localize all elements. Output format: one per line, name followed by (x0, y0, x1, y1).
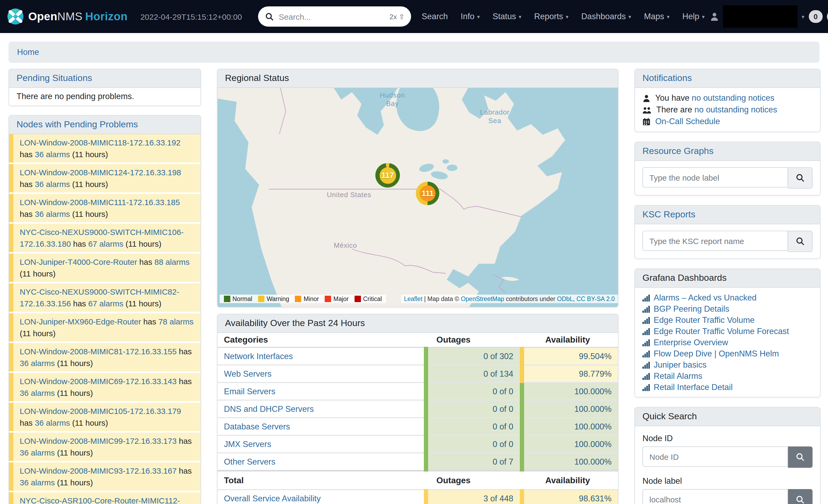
user-menu-chevron-down-icon[interactable]: ▾ (801, 13, 804, 19)
grafana-dashboard-link[interactable]: Juniper basics (654, 359, 706, 370)
notification-badge-2[interactable]: 0 (827, 10, 828, 23)
category-link[interactable]: Database Servers (224, 422, 290, 431)
resource-graphs-title[interactable]: Resource Graphs (643, 146, 713, 156)
availability-row: JMX Servers 0 of 0 100.000% (217, 435, 618, 453)
nodes-pending-problems-title[interactable]: Nodes with Pending Problems (16, 119, 138, 130)
alarms-link[interactable]: 36 alarms (20, 388, 55, 397)
category-link[interactable]: Network Interfaces (224, 351, 293, 360)
map-cluster-marker-117[interactable]: 117 (375, 163, 400, 188)
oncall-row: On-Call Schedule (643, 116, 813, 127)
node-link[interactable]: LON-Window-2008-MIMIC124-172.16.33.198 (20, 168, 181, 177)
availability-value: 99.504% (522, 348, 618, 365)
grafana-dashboard-link[interactable]: BGP Peering Details (654, 303, 729, 314)
alarms-link[interactable]: 36 alarms (35, 418, 70, 427)
map-cluster-marker-111[interactable]: 111 (416, 182, 439, 205)
resource-graphs-panel: Resource Graphs (634, 142, 821, 195)
alarms-link[interactable]: 36 alarms (35, 179, 70, 188)
chevron-down-icon: ▾ (519, 13, 522, 19)
grafana-dashboard-link[interactable]: Retail Alarms (654, 370, 702, 381)
grafana-dashboards-panel: Grafana Dashboards Alarms – Acked vs Una… (634, 269, 821, 398)
username-redacted[interactable] (723, 5, 797, 28)
legend-label: Major (333, 296, 349, 302)
category-link[interactable]: JMX Servers (224, 439, 271, 448)
notification-badge-1[interactable]: 0 (809, 10, 822, 23)
grafana-dashboard-link[interactable]: Edge Router Traffic Volume Forecast (654, 325, 789, 337)
alarms-link[interactable]: 36 alarms (35, 149, 70, 158)
pending-situations-title[interactable]: Pending Situations (16, 73, 92, 83)
alarms-link[interactable]: 88 alarms (154, 257, 190, 266)
breadcrumb-home-link[interactable]: Home (17, 47, 39, 56)
oncall-schedule-link[interactable]: On-Call Schedule (655, 117, 720, 126)
group-icon (643, 106, 652, 114)
node-link[interactable]: LON-Juniper-T4000-Core-Router (20, 257, 137, 266)
node-link[interactable]: LON-Window-2008-MIMIC111-172.16.33.185 (20, 198, 180, 207)
node-link[interactable]: LON-Window-2008-MIMIC81-172.16.33.155 (20, 347, 177, 356)
pending-node-row: LON-Window-2008-MIMIC93-172.16.33.167 ha… (9, 462, 201, 491)
legend-label: Minor (304, 296, 319, 302)
category-link[interactable]: Web Servers (224, 369, 272, 378)
alarms-link[interactable]: 36 alarms (20, 477, 55, 487)
ksc-reports-search-button[interactable] (788, 231, 813, 252)
grafana-dashboard-link[interactable]: Edge Router Traffic Volume (654, 314, 755, 325)
bar-chart-icon (643, 305, 650, 313)
openstreetmap-link[interactable]: OpenStreetMap (461, 296, 504, 302)
alarms-link[interactable]: 67 alarms (88, 239, 123, 248)
overall-availability-link[interactable]: Overall Service Availability (224, 494, 321, 503)
legend-item: Minor (295, 296, 319, 302)
ksc-report-name-input[interactable] (643, 231, 788, 251)
grafana-dashboard-link[interactable]: Enterprise Overview (654, 337, 728, 348)
node-label-input[interactable] (643, 489, 788, 504)
alarms-link[interactable]: 36 alarms (20, 358, 55, 367)
category-link[interactable]: DNS and DHCP Servers (224, 404, 314, 413)
your-notices-link[interactable]: no outstanding notices (692, 93, 775, 102)
navbar-item-search[interactable]: Search (422, 12, 448, 21)
node-link[interactable]: LON-Window-2008-MIMIC105-172.16.33.179 (20, 407, 181, 416)
legend-color-swatch (295, 296, 301, 302)
odbl-link[interactable]: ODbL (557, 296, 573, 302)
category-link[interactable]: Other Servers (224, 457, 275, 466)
category-link[interactable]: Email Servers (224, 386, 275, 396)
grafana-dashboard-link[interactable]: Alarms – Acked vs Unacked (654, 292, 756, 303)
node-link[interactable]: LON-Window-2008-MIMIC99-172.16.33.173 (20, 436, 177, 445)
chevron-down-icon: ▾ (566, 13, 568, 19)
quick-search-panel: Quick Search Node ID N (634, 407, 821, 504)
node-label-search-button[interactable] (788, 489, 813, 504)
ccbysa-link[interactable]: CC BY-SA 2.0 (576, 296, 615, 302)
ksc-reports-title[interactable]: KSC Reports (643, 210, 695, 220)
alarms-link[interactable]: 67 alarms (88, 299, 123, 308)
grafana-dashboard-link[interactable]: Retail Interface Detail (654, 381, 733, 393)
navbar-right: ▾ 0 0 + ⚙⚙⚙ (710, 5, 828, 28)
navbar-item-dashboards[interactable]: Dashboards▾ (581, 12, 631, 21)
navbar-item-status[interactable]: Status▾ (493, 12, 522, 21)
leaflet-link[interactable]: Leaflet (404, 296, 422, 302)
navbar-item-info[interactable]: Info▾ (461, 12, 480, 21)
global-search-input[interactable] (278, 11, 385, 21)
node-id-search-button[interactable] (788, 447, 813, 468)
notifications-title[interactable]: Notifications (643, 73, 692, 83)
bar-chart-icon (643, 383, 650, 391)
resource-graphs-node-input[interactable] (643, 167, 788, 188)
all-notices-link[interactable]: no outstanding notices (695, 105, 777, 114)
opennms-logo[interactable]: OpenNMSHorizon (7, 8, 128, 25)
alarms-link[interactable]: 78 alarms (158, 317, 194, 326)
node-link[interactable]: LON-Juniper-MX960-Edge-Router (20, 317, 141, 326)
node-link[interactable]: LON-Window-2008-MIMIC69-172.16.33.143 (20, 377, 177, 386)
column-availability: Availability (522, 333, 618, 348)
grafana-dashboard-link[interactable]: Flow Deep Dive | OpenNMS Helm (654, 348, 779, 359)
resource-graphs-search-button[interactable] (788, 167, 813, 189)
navbar-item-reports[interactable]: Reports▾ (534, 12, 569, 21)
notifications-user-row: You have no outstanding notices (643, 92, 813, 104)
bar-chart-icon (643, 350, 650, 357)
alarms-link[interactable]: 36 alarms (35, 209, 70, 218)
node-id-input[interactable] (643, 447, 788, 467)
node-link[interactable]: NYC-Cisco-ASR100-Core-Router-MIMIC112-17… (20, 496, 180, 504)
navbar-item-maps[interactable]: Maps▾ (644, 12, 670, 21)
alarms-link[interactable]: 36 alarms (20, 448, 55, 457)
map-attribution: Leaflet | Map data © OpenStreetMap contr… (401, 294, 618, 303)
node-link[interactable]: LON-Window-2008-MIMIC118-172.16.33.192 (20, 138, 180, 147)
node-link[interactable]: LON-Window-2008-MIMIC93-172.16.33.167 (20, 466, 177, 475)
opennms-logo-icon (7, 8, 24, 25)
regional-status-map[interactable]: Hudson Bay Labrador Sea United States Mé… (217, 88, 618, 307)
navbar-item-help[interactable]: Help▾ (682, 12, 705, 21)
global-search[interactable]: 2x ⇧ (258, 6, 411, 27)
